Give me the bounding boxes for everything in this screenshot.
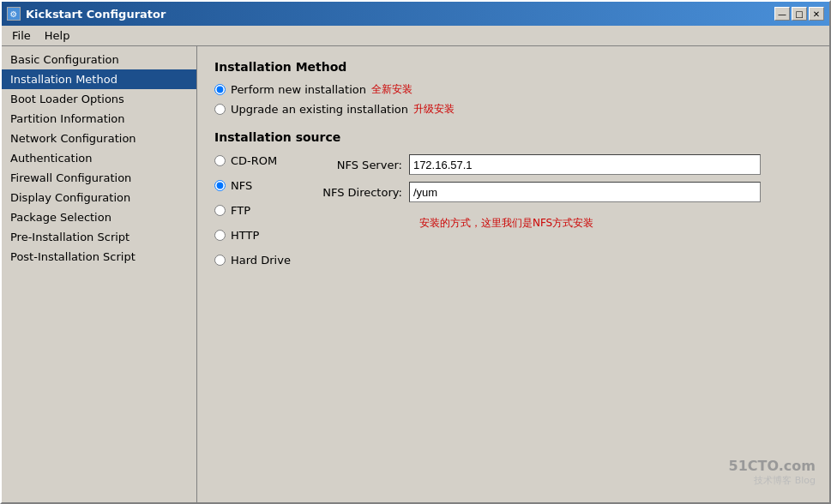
source-layout: CD-ROM NFS FTP HTTP [214, 153, 812, 272]
nfs-directory-row: NFS Directory: [308, 182, 761, 202]
nfs-server-row: NFS Server: [308, 154, 761, 175]
radio-nfs[interactable] [214, 180, 226, 191]
radio-hard-drive[interactable] [214, 255, 226, 266]
sidebar-item-pre-installation-script[interactable]: Pre-Installation Script [2, 227, 196, 247]
sidebar-item-basic-configuration[interactable]: Basic Configuration [2, 50, 196, 69]
main-content: Basic Configuration Installation Method … [2, 46, 829, 502]
sidebar-item-authentication[interactable]: Authentication [2, 148, 196, 168]
radio-row-harddrive: Hard Drive [214, 254, 291, 267]
watermark: 51CTO.com 技术博客 Blog [729, 458, 816, 487]
label-cdrom[interactable]: CD-ROM [231, 154, 277, 167]
radio-http[interactable] [214, 230, 226, 241]
maximize-button[interactable]: □ [792, 7, 807, 21]
radio-row-nfs: NFS [214, 179, 291, 192]
watermark-blog: 技术博客 Blog [729, 474, 816, 487]
sidebar-item-post-installation-script[interactable]: Post-Installation Script [2, 247, 196, 267]
source-radios: CD-ROM NFS FTP HTTP [214, 153, 291, 272]
label-new-installation[interactable]: Perform new installation [231, 83, 366, 96]
sidebar-item-package-selection[interactable]: Package Selection [2, 207, 196, 227]
radio-new-installation[interactable] [214, 84, 226, 95]
label-hard-drive[interactable]: Hard Drive [231, 254, 291, 267]
close-button[interactable]: ✕ [809, 7, 824, 21]
nfs-method-annotation: 安装的方式，这里我们是NFS方式安装 [419, 216, 761, 231]
window-title: Kickstart Configurator [26, 8, 166, 21]
radio-cdrom[interactable] [214, 155, 226, 166]
installation-method-title: Installation Method [214, 60, 812, 74]
label-http[interactable]: HTTP [231, 229, 259, 242]
menubar: File Help [2, 26, 829, 46]
menu-file[interactable]: File [5, 27, 38, 44]
sidebar-item-display-configuration[interactable]: Display Configuration [2, 188, 196, 207]
source-fields: NFS Server: NFS Directory: 安装的方式，这里我们是NF… [308, 153, 761, 231]
titlebar-left: ⚙ Kickstart Configurator [7, 7, 166, 21]
installation-source-title: Installation source [214, 130, 812, 144]
sidebar-item-network-configuration[interactable]: Network Configuration [2, 129, 196, 148]
titlebar: ⚙ Kickstart Configurator — □ ✕ [2, 2, 829, 26]
nfs-directory-label: NFS Directory: [308, 186, 402, 199]
sidebar-item-firewall-configuration[interactable]: Firewall Configuration [2, 168, 196, 188]
titlebar-buttons: — □ ✕ [774, 7, 824, 21]
minimize-button[interactable]: — [774, 7, 790, 21]
label-upgrade-installation[interactable]: Upgrade an existing installation [231, 103, 408, 116]
label-nfs[interactable]: NFS [231, 179, 252, 192]
main-window: ⚙ Kickstart Configurator — □ ✕ File Help… [0, 0, 831, 504]
content-area: Installation Method Perform new installa… [197, 46, 829, 502]
radio-row-new-installation: Perform new installation [214, 83, 366, 96]
nfs-server-input[interactable] [409, 154, 761, 175]
sidebar-item-installation-method[interactable]: Installation Method [2, 69, 196, 89]
radio-upgrade-installation[interactable] [214, 104, 226, 115]
radio-ftp[interactable] [214, 205, 226, 216]
app-icon: ⚙ [7, 7, 21, 21]
sidebar-item-partition-information[interactable]: Partition Information [2, 109, 196, 129]
menu-help[interactable]: Help [38, 27, 77, 44]
annotation-new-installation: 全新安装 [371, 82, 412, 97]
radio-row-cdrom: CD-ROM [214, 154, 291, 167]
annotation-upgrade-installation: 升级安装 [413, 102, 455, 117]
sidebar: Basic Configuration Installation Method … [2, 46, 197, 502]
nfs-directory-input[interactable] [409, 182, 761, 202]
sidebar-item-boot-loader-options[interactable]: Boot Loader Options [2, 89, 196, 109]
radio-row-http: HTTP [214, 229, 291, 242]
radio-row-upgrade: Upgrade an existing installation [214, 103, 408, 116]
label-ftp[interactable]: FTP [231, 204, 250, 217]
nfs-server-label: NFS Server: [308, 159, 402, 171]
radio-row-ftp: FTP [214, 204, 291, 217]
watermark-site: 51CTO.com [729, 458, 816, 474]
